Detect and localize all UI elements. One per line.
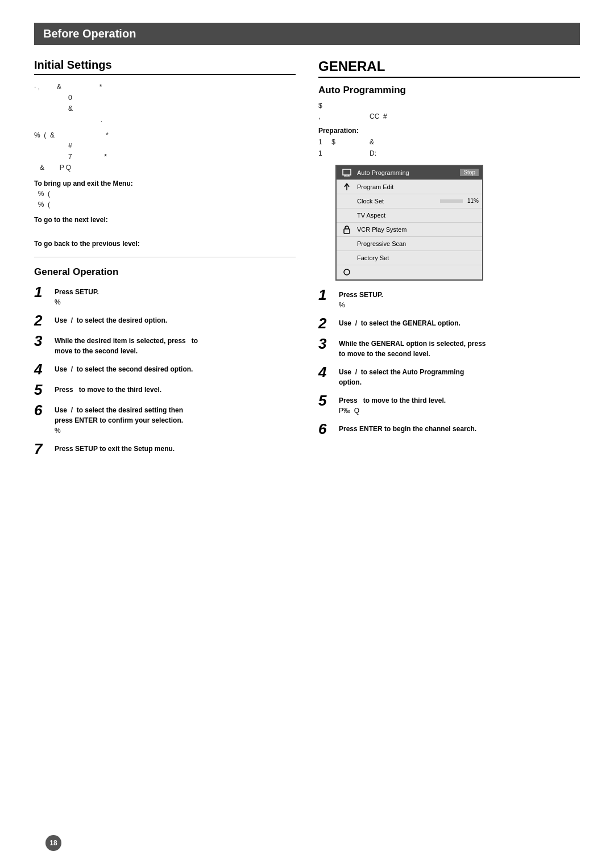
- right-step-num-6: 6: [318, 422, 335, 436]
- right-step-num-2: 2: [318, 316, 335, 331]
- next-level-label: To go to the next level:: [34, 216, 296, 224]
- menu-label-vcr-play: VCR Play System: [357, 226, 479, 233]
- menu-item-tv-aspect: TV Aspect: [337, 208, 482, 223]
- menu-bring-up-text: % ( % (: [34, 189, 296, 210]
- menu-item-program-edit: Program Edit: [337, 180, 482, 194]
- menu-item-clock-set: Clock Set 11%: [337, 194, 482, 208]
- step-num-5: 5: [34, 382, 51, 397]
- step-num-3: 3: [34, 333, 51, 348]
- left-step-5: 5 Press to move to the third level.: [34, 382, 296, 397]
- right-step-text-3: While the GENERAL option is selected, pr…: [339, 336, 486, 359]
- divider: [34, 257, 296, 257]
- step-text-6: Use / to select the desired setting then…: [55, 403, 183, 436]
- antenna-icon: [340, 181, 354, 193]
- step-text-7: Press SETUP to exit the Setup menu.: [55, 441, 175, 454]
- right-step-text-5: Press to move to the third level.P‰ Q: [339, 393, 446, 416]
- menu-label-factory-set: Factory Set: [357, 254, 479, 261]
- menu-label-clock-set: Clock Set: [357, 198, 440, 205]
- lock-icon: [340, 224, 354, 235]
- general-title: GENERAL: [318, 59, 580, 78]
- preparation-text: 1 $ & 1 D:: [318, 137, 580, 158]
- right-step-5: 5 Press to move to the third level.P‰ Q: [318, 393, 580, 416]
- step-text-2: Use / to select the desired option.: [55, 313, 167, 326]
- menu-label-tv-aspect: TV Aspect: [357, 212, 479, 219]
- svg-rect-0: [343, 169, 351, 175]
- step-text-1: Press SETUP.%: [55, 285, 99, 307]
- left-column: Initial Settings · , & * 0 & . % ( &: [34, 59, 296, 462]
- initial-settings-body: · , & * 0 & .: [34, 82, 296, 126]
- page-header: Before Operation: [34, 23, 580, 45]
- menu-item-factory-set: Factory Set: [337, 251, 482, 265]
- tv-icon: [340, 167, 354, 178]
- right-step-num-1: 1: [318, 287, 335, 302]
- general-operation-title: General Operation: [34, 266, 296, 278]
- svg-point-8: [344, 269, 350, 275]
- initial-settings-body2: % ( & * # 7 * & P Q: [34, 130, 296, 174]
- setup-menu-screenshot: Auto Programming Stop Program Edit Clock…: [335, 165, 483, 281]
- left-step-3: 3 While the desired item is selected, pr…: [34, 333, 296, 356]
- spacer-icon3: [340, 238, 354, 249]
- menu-item-auto-programming: Auto Programming Stop: [337, 166, 482, 180]
- menu-label-progressive-scan: Progressive Scan: [357, 240, 479, 247]
- menu-item-progressive-scan: Progressive Scan: [337, 237, 482, 251]
- left-step-7: 7 Press SETUP to exit the Setup menu.: [34, 441, 296, 456]
- header-title: Before Operation: [43, 27, 136, 40]
- right-step-3: 3 While the GENERAL option is selected, …: [318, 336, 580, 359]
- menu-label-auto-programming: Auto Programming: [357, 169, 460, 176]
- spacer-icon4: [340, 252, 354, 264]
- right-step-num-4: 4: [318, 365, 335, 379]
- right-step-text-1: Press SETUP.%: [339, 287, 383, 310]
- spacer-icon: [340, 195, 354, 207]
- right-step-text-6: Press ENTER to begin the channel search.: [339, 422, 476, 434]
- svg-rect-7: [344, 229, 350, 233]
- step-num-6: 6: [34, 403, 51, 418]
- left-step-2: 2 Use / to select the desired option.: [34, 313, 296, 328]
- step-num-7: 7: [34, 441, 51, 456]
- preparation-label: Preparation:: [318, 127, 580, 135]
- menu-label-program-edit: Program Edit: [357, 183, 479, 190]
- prev-level-label: To go back to the previous level:: [34, 240, 296, 248]
- menu-item-bottom: [337, 265, 482, 279]
- left-step-4: 4 Use / to select the second desired opt…: [34, 362, 296, 377]
- auto-programming-title: Auto Programming: [318, 85, 580, 96]
- right-step-text-2: Use / to select the GENERAL option.: [339, 316, 460, 328]
- right-step-num-5: 5: [318, 393, 335, 408]
- menu-item-vcr-play: VCR Play System: [337, 223, 482, 237]
- page-number: 18: [45, 835, 61, 851]
- initial-settings-title: Initial Settings: [34, 59, 296, 75]
- menu-stop-button: Stop: [460, 169, 479, 176]
- spacer-icon2: [340, 210, 354, 221]
- right-step-6: 6 Press ENTER to begin the channel searc…: [318, 422, 580, 436]
- right-step-text-4: Use / to select the Auto Programmingopti…: [339, 365, 464, 387]
- step-num-2: 2: [34, 313, 51, 328]
- step-text-3: While the desired item is selected, pres…: [55, 333, 198, 356]
- left-step-6: 6 Use / to select the desired setting th…: [34, 403, 296, 436]
- right-step-4: 4 Use / to select the Auto Programmingop…: [318, 365, 580, 387]
- progress-bar: [440, 199, 463, 203]
- right-step-num-3: 3: [318, 336, 335, 351]
- progress-percent: 11%: [467, 198, 479, 204]
- step-text-4: Use / to select the second desired optio…: [55, 362, 193, 374]
- menu-bring-up-label: To bring up and exit the Menu:: [34, 180, 296, 187]
- right-steps: 1 Press SETUP.% 2 Use / to select the GE…: [318, 287, 580, 436]
- left-step-1: 1 Press SETUP.%: [34, 285, 296, 307]
- step-text-5: Press to move to the third level.: [55, 382, 161, 395]
- step-num-4: 4: [34, 362, 51, 377]
- circle-icon: [340, 266, 354, 278]
- auto-programming-body: $ , CC #: [318, 101, 580, 122]
- right-step-2: 2 Use / to select the GENERAL option.: [318, 316, 580, 331]
- right-step-1: 1 Press SETUP.%: [318, 287, 580, 310]
- main-content: Initial Settings · , & * 0 & . % ( &: [34, 59, 580, 462]
- step-num-1: 1: [34, 285, 51, 299]
- left-steps: 1 Press SETUP.% 2 Use / to select the de…: [34, 285, 296, 456]
- right-column: GENERAL Auto Programming $ , CC # Prepar…: [318, 59, 580, 462]
